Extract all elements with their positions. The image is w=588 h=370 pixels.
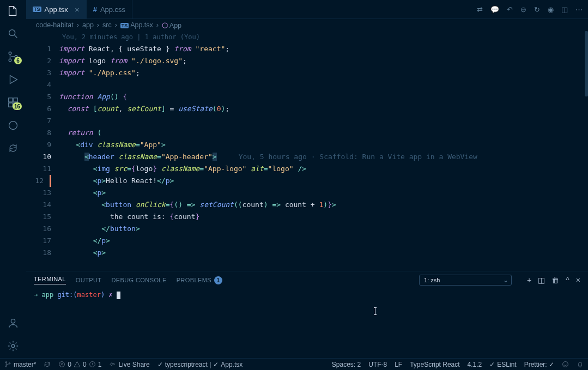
status-eslint[interactable]: ✓ ESLint: [489, 361, 516, 368]
status-bell-icon[interactable]: [577, 361, 584, 368]
accounts-icon[interactable]: [7, 317, 20, 330]
more-icon[interactable]: ⋯: [575, 5, 583, 14]
scm-badge: 6: [14, 57, 22, 64]
split-editor-icon[interactable]: ◫: [561, 5, 568, 14]
text-cursor-icon: [375, 307, 375, 315]
panel-tab-terminal[interactable]: TERMINAL: [34, 276, 66, 284]
svg-rect-4: [9, 98, 13, 102]
terminal-selector[interactable]: 1: zsh: [419, 275, 512, 286]
status-problems[interactable]: 0 0 1: [58, 361, 101, 368]
status-eol[interactable]: LF: [395, 361, 402, 368]
status-feedback-icon[interactable]: [562, 361, 569, 368]
status-live-share[interactable]: Live Share: [109, 361, 149, 368]
svg-rect-6: [9, 103, 13, 107]
ts-icon: TS: [33, 7, 41, 12]
activity-bar: 6 16: [0, 0, 26, 358]
svg-point-1: [9, 52, 11, 54]
step-over-icon[interactable]: ↻: [534, 5, 540, 14]
breadcrumb-item[interactable]: app: [82, 21, 94, 29]
search-icon[interactable]: [7, 27, 20, 40]
svg-point-13: [9, 363, 10, 364]
tab-label: App.tsx: [45, 5, 68, 14]
git-blame-header: You, 2 minutes ago | 1 author (You): [26, 31, 588, 43]
code-content[interactable]: import React, { useState } from "react";…: [59, 43, 588, 259]
editor-tab[interactable]: TSApp.tsx×: [26, 0, 87, 19]
bottom-panel: TERMINALOUTPUTDEBUG CONSOLEPROBLEMS11: z…: [26, 271, 588, 358]
svg-point-0: [9, 30, 15, 36]
tab-label: App.css: [100, 5, 125, 14]
status-lang-check[interactable]: ✓ typescriptreact | ✓ App.tsx: [157, 361, 243, 368]
undo-icon[interactable]: ↶: [507, 5, 513, 14]
kill-terminal-icon[interactable]: 🗑: [551, 276, 559, 284]
svg-point-12: [5, 366, 7, 367]
panel-tab-bar: TERMINALOUTPUTDEBUG CONSOLEPROBLEMS11: z…: [26, 271, 588, 289]
status-sync[interactable]: [44, 361, 51, 368]
svg-point-9: [11, 319, 15, 323]
svg-point-10: [11, 344, 15, 348]
sync-icon[interactable]: [7, 142, 20, 155]
svg-rect-5: [14, 98, 17, 102]
status-branch[interactable]: master*: [4, 361, 36, 368]
hash-icon: #: [93, 5, 97, 14]
breadcrumb-item[interactable]: ⬡ App: [162, 21, 181, 29]
panel-tab-output[interactable]: OUTPUT: [76, 277, 102, 283]
close-panel-icon[interactable]: ×: [576, 276, 580, 284]
inline-git-blame: You, 5 hours ago · Scaffold: Run a Vite …: [239, 153, 477, 161]
line-number-gutter: 123456789101112131415161718: [26, 43, 59, 259]
svg-point-8: [9, 122, 17, 130]
status-bar: master* 0 0 1 Live Share ✓ typescriptrea…: [0, 358, 588, 370]
editor-tab[interactable]: #App.css: [87, 0, 132, 19]
breadcrumb-item[interactable]: src: [102, 21, 112, 29]
minimap[interactable]: [585, 31, 588, 96]
terminal-body[interactable]: → app git:(master) ✗: [26, 289, 588, 358]
ext-badge: 16: [13, 102, 22, 110]
split-terminal-icon[interactable]: ◫: [538, 276, 545, 284]
ts-icon: TS: [120, 23, 129, 28]
git-compare-icon[interactable]: ⇄: [477, 5, 483, 14]
settings-icon[interactable]: [7, 339, 20, 353]
status-version[interactable]: 4.1.2: [468, 361, 482, 368]
status-spaces[interactable]: Spaces: 2: [332, 361, 361, 368]
status-prettier[interactable]: Prettier: ✓: [524, 361, 554, 368]
panel-tab-debug-console[interactable]: DEBUG CONSOLE: [111, 277, 166, 283]
terminal-cursor: [117, 292, 120, 299]
explorer-icon[interactable]: [7, 4, 20, 17]
new-terminal-icon[interactable]: +: [527, 276, 531, 284]
step-icon[interactable]: ⊖: [520, 5, 526, 14]
close-icon[interactable]: ×: [75, 5, 80, 14]
breadcrumb-item[interactable]: code-habitat: [36, 21, 74, 29]
extensions-icon[interactable]: 16: [7, 96, 20, 109]
run-debug-icon[interactable]: [7, 73, 20, 86]
svg-point-16: [563, 362, 568, 367]
svg-point-11: [5, 362, 7, 363]
status-encoding[interactable]: UTF-8: [368, 361, 387, 368]
status-language[interactable]: TypeScript React: [410, 361, 459, 368]
breadcrumbs[interactable]: code-habitat›app›src›TS App.tsx›⬡ App: [26, 19, 588, 31]
circle-icon[interactable]: ◉: [548, 5, 554, 14]
svg-point-2: [9, 59, 11, 62]
chevron-up-icon[interactable]: ^: [566, 276, 569, 284]
comment-icon[interactable]: 💬: [490, 5, 499, 14]
tab-bar: TSApp.tsx×#App.css⇄💬↶⊖↻◉◫⋯: [26, 0, 588, 19]
code-editor[interactable]: You, 2 minutes ago | 1 author (You) 1234…: [26, 31, 588, 271]
source-control-icon[interactable]: 6: [7, 50, 20, 63]
breadcrumb-item[interactable]: TS App.tsx: [120, 21, 153, 29]
panel-tab-problems[interactable]: PROBLEMS1: [177, 276, 222, 284]
problems-badge: 1: [214, 276, 222, 284]
remote-icon[interactable]: [7, 119, 20, 132]
